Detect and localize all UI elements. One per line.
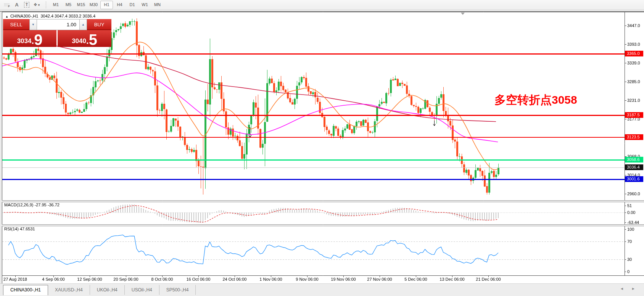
tab-scroll-left-icon[interactable]: ◄ [620,286,624,291]
indicator-axis-label: 51 [627,203,632,208]
chart-tab-bar: CHINA300-,H1XAUUSD-,H4UKOil-,H4USOil-,H4… [0,283,644,296]
tab-xauusd-h4[interactable]: XAUUSD-,H4 [48,285,90,295]
date-label: 13 Dec 06:00 [435,277,470,282]
collapse-arrow-icon: ▲ [5,15,8,18]
date-label: 4 Sep 06:00 [36,277,71,282]
date-label: 5 Dec 06:00 [398,277,433,282]
ohlc-values: 3042.4 3047.4 3033.2 3036.4 [40,14,95,18]
price-tick-label: 3339.0 [627,61,640,65]
price-line-label: 3365.0 [625,51,643,56]
tab-ukoil-h4[interactable]: UKOil-,H4 [90,285,125,295]
buy-button[interactable]: BUY [87,19,111,30]
price-tick-label: 3285.0 [627,79,640,84]
indicator-axis-label: 30 [627,257,632,262]
date-label: 21 Dec 06:00 [471,277,506,282]
price-line-label: 3187.5 [625,112,643,118]
sell-button[interactable]: SELL [3,19,29,30]
symbol-label: CHINA300-,H1 [10,14,38,18]
date-label: 12 Sep 06:00 [72,277,107,282]
indicator-axis-label: -63.44 [627,220,639,225]
date-label: 8 Oct 06:00 [145,277,180,282]
date-label: 24 Oct 06:00 [217,277,252,282]
indicator-axis-label: 0.00 [627,210,635,215]
sell-price[interactable]: 3034.9 [3,30,56,47]
date-label: 20 Sep 06:00 [108,277,143,282]
buy-price[interactable]: 3040.5 [58,30,111,47]
indicator-axis-label: 70 [627,239,632,244]
date-label: 1 Nov 06:00 [253,277,288,282]
date-label: 27 Nov 06:00 [362,277,397,282]
trading-platform-window: F A T ❖▾ M1M5M15M30H1H4D1W1MN ▲CHINA300-… [0,0,644,296]
price-line-label: 3001.6 [625,176,643,182]
date-label: 27 Aug 2018 [0,277,33,282]
price-tick-label: 3393.0 [627,42,640,47]
tab-scroll-right-icon[interactable]: ► [631,286,635,291]
price-tick-label: 3447.0 [627,23,640,28]
volume-input[interactable]: 1.00 [37,19,79,30]
date-label: 16 Oct 06:00 [181,277,216,282]
tab-china300-h1[interactable]: CHINA300-,H1 [3,285,48,295]
price-line-label: 3058.6 [625,157,643,162]
price-tick-label: 2960.0 [627,191,640,196]
chart-annotation: 多空转折点3058 [494,92,577,108]
date-label: 19 Nov 06:00 [326,277,361,282]
volume-spinner: ▼ 1.00 ▲ [29,19,87,30]
indicator-axis-label: 0 [627,269,630,274]
volume-up-button[interactable]: ▲ [79,19,87,30]
one-click-trading-panel: SELL ▼ 1.00 ▲ BUY 3034.9 3040.5 [3,19,111,47]
macd-label: MACD(12,26,9) -27.95 -36.72 [4,203,60,207]
date-label: 9 Nov 06:00 [290,277,325,282]
price-line-label: 3123.5 [625,134,643,140]
indicator-axis-label: 100 [627,227,634,232]
tab-sp500-h4[interactable]: SP500-,H4 [159,285,196,295]
tab-usoil-h4[interactable]: USOil-,H4 [125,285,159,295]
chart-title: ▲CHINA300-,H1 3042.4 3047.4 3033.2 3036.… [5,14,95,18]
volume-down-button[interactable]: ▼ [29,19,37,30]
price-line-label: 3036.4 [625,164,643,170]
price-tick-label: 3231.0 [627,98,640,103]
rsi-label: RSI(14) 47.6531 [4,227,35,231]
